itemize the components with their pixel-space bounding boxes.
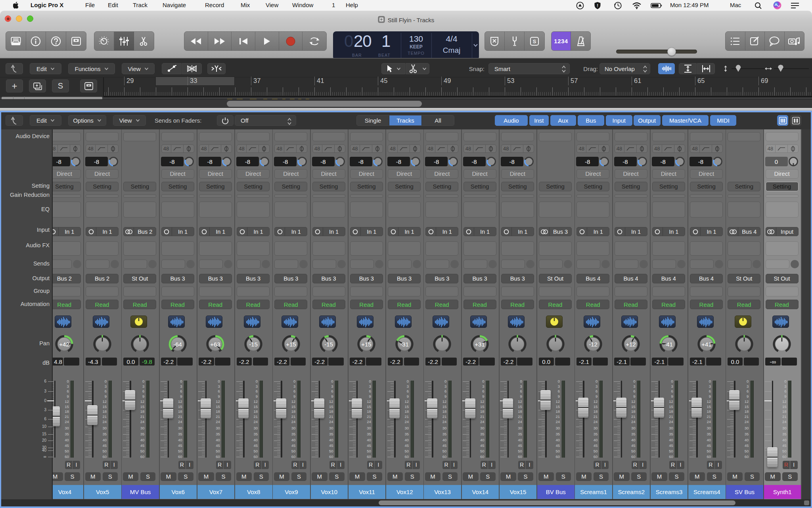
svg-text:-41: -41 [664, 341, 673, 348]
svg-text:+41: +41 [701, 341, 711, 348]
svg-text:+15: +15 [362, 341, 372, 348]
svg-text:+15: +15 [286, 341, 296, 348]
svg-text:+63: +63 [211, 341, 220, 348]
svg-text:+31: +31 [475, 341, 485, 348]
svg-text:!: ! [597, 3, 598, 8]
svg-text:+42: +42 [59, 341, 69, 348]
svg-text:-64: -64 [173, 341, 182, 348]
svg-text:-31: -31 [400, 341, 409, 348]
svg-text:+12: +12 [626, 341, 636, 348]
svg-text:S: S [533, 38, 536, 44]
svg-text:-15: -15 [249, 341, 258, 348]
svg-text:-12: -12 [589, 341, 598, 348]
svg-text:-15: -15 [324, 341, 333, 348]
